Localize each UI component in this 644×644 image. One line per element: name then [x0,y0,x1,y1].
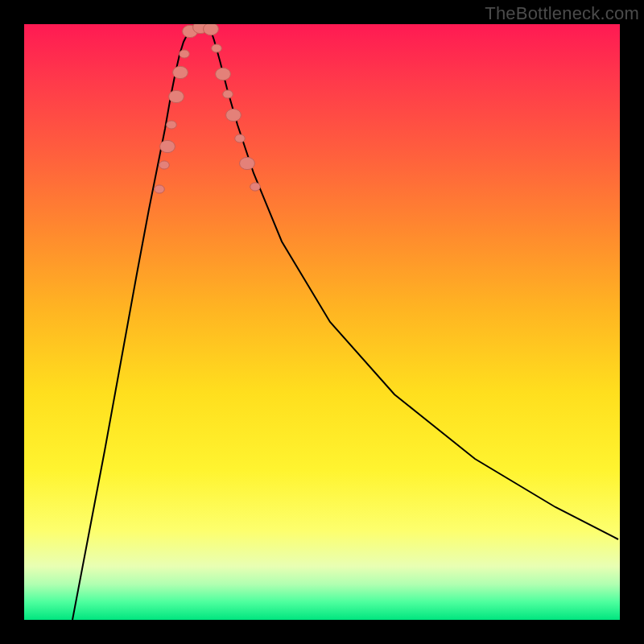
data-marker [212,44,222,52]
data-marker [235,134,246,142]
data-marker [204,24,219,35]
data-marker [159,161,170,169]
data-marker [250,183,261,191]
data-marker [180,50,190,58]
data-marker [160,140,175,152]
data-marker [167,121,177,129]
data-marker [240,157,255,169]
data-marker [155,185,165,193]
data-marker [223,90,233,98]
data-marker [169,90,184,102]
data-marker [226,109,242,121]
right-curve [209,26,618,539]
data-marker [173,66,188,78]
watermark-text: TheBottleneck.com [485,3,639,24]
marker-layer [155,24,261,193]
outer-frame: TheBottleneck.com [0,0,644,644]
data-marker [216,68,231,80]
plot-area [24,24,620,620]
left-curve [72,26,193,620]
chart-svg [24,24,620,620]
